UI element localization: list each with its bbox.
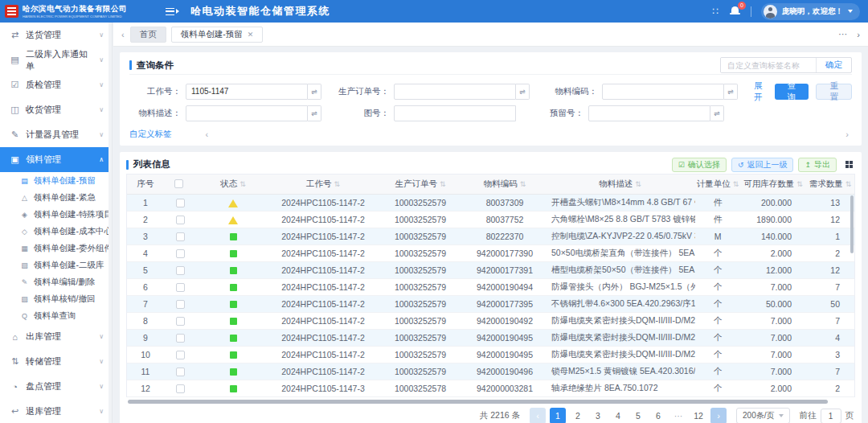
row-checkbox[interactable] xyxy=(176,199,185,207)
search-button[interactable]: 查询 xyxy=(775,84,809,100)
row-checkbox[interactable] xyxy=(176,384,185,393)
field-input[interactable] xyxy=(186,105,308,121)
vertical-scrollbar[interactable] xyxy=(850,195,854,253)
prev-page-button[interactable]: ‹ xyxy=(530,408,546,423)
tabs-more-icon[interactable]: ⋯ xyxy=(838,29,847,39)
sidebar-sub-item[interactable]: ◇ 领料单创建-成本中心 xyxy=(0,223,112,240)
sidebar-sub-item[interactable]: Q 领料单查询 xyxy=(0,307,112,324)
field-input[interactable] xyxy=(394,84,516,100)
field-input[interactable] xyxy=(186,84,308,100)
table-row[interactable]: 8 2024HPC1105-1147-2 10003252579 9420001… xyxy=(127,312,854,329)
column-header[interactable]: 计量单位 ⇅ xyxy=(695,175,740,194)
custom-tag-link[interactable]: 自定义标签 xyxy=(129,129,172,140)
page-size-select[interactable]: 200条/页 xyxy=(736,408,789,423)
table-row[interactable]: 9 2024HPC1105-1147-2 10003252579 9420001… xyxy=(127,329,854,346)
column-header[interactable]: 需求数量 ⇅ xyxy=(806,175,854,194)
column-header[interactable]: ⇅ xyxy=(164,175,196,194)
sort-icon[interactable]: ⇅ xyxy=(733,180,739,188)
table-row[interactable]: 3 2024HPC1105-1147-2 10003252579 8022237… xyxy=(127,228,854,244)
row-checkbox[interactable] xyxy=(176,334,185,343)
sidebar-group[interactable]: ✎ 计量器具管理 ∨ xyxy=(0,122,112,147)
filter-icon[interactable]: ⇌ xyxy=(308,84,321,100)
filter-icon[interactable]: ⇌ xyxy=(308,105,321,121)
filter-icon[interactable]: ⇌ xyxy=(516,84,530,100)
custom-tag-name-input[interactable] xyxy=(721,58,816,72)
sidebar-group[interactable]: ☑ 质检管理 ∨ xyxy=(0,72,112,97)
sidebar-collapse-icon[interactable] xyxy=(166,8,179,15)
user-menu[interactable]: 庞晓明，欢迎您！ xyxy=(761,3,860,20)
sidebar-group[interactable]: ▤ 二级库入库通知单 ∨ xyxy=(0,47,112,72)
page-number[interactable]: 2 xyxy=(570,408,586,423)
sidebar-sub-item[interactable]: ▦ 领料单创建-委外组件 xyxy=(0,240,112,257)
page-number[interactable]: 12 xyxy=(690,408,706,423)
tabs-scroll-left-icon[interactable]: ‹ xyxy=(121,30,125,39)
sidebar-group-material-requisition[interactable]: ▣ 领料管理 ∧ xyxy=(0,147,112,172)
column-header[interactable]: 状态 ⇅ xyxy=(196,175,270,194)
filter-icon[interactable]: ⇌ xyxy=(710,105,724,121)
page-number[interactable]: 5 xyxy=(630,408,646,423)
table-row[interactable]: 11 2024HPC1105-1147-2 10003252579 942000… xyxy=(127,363,854,380)
sidebar-group[interactable]: ⇅ 转储管理 ∨ xyxy=(0,349,112,374)
row-checkbox[interactable] xyxy=(176,368,185,376)
sidebar-sub-item[interactable]: ◈ 领料单创建-特殊项目 xyxy=(0,206,112,223)
confirm-select-button[interactable]: ☑ 确认选择 xyxy=(672,158,727,172)
table-row[interactable]: 4 2024HPC1105-1147-2 10003252579 9420001… xyxy=(127,244,854,261)
column-settings-icon[interactable] xyxy=(845,161,853,168)
field-input[interactable] xyxy=(588,105,710,121)
row-checkbox[interactable] xyxy=(176,283,185,292)
filter-icon[interactable]: ⇌ xyxy=(724,84,738,100)
sidebar-sub-item[interactable]: △ 领料单创建-紧急 xyxy=(0,189,112,206)
sort-icon[interactable]: ⇅ xyxy=(635,180,641,188)
column-header[interactable]: 序号 ⇅ xyxy=(127,175,164,194)
page-number[interactable]: 6 xyxy=(650,408,666,423)
sort-icon[interactable]: ⇅ xyxy=(845,180,852,188)
sidebar-sub-item[interactable]: ▨ 领料单核销/撤回 xyxy=(0,290,112,307)
column-header[interactable]: 工作号 ⇅ xyxy=(270,175,376,194)
row-checkbox[interactable] xyxy=(176,232,185,241)
page-number[interactable]: 3 xyxy=(590,408,606,423)
sort-icon[interactable]: ⇅ xyxy=(796,180,803,188)
table-row[interactable]: 2 2024HPC1105-1147-2 10003252579 8003775… xyxy=(127,211,854,228)
table-row[interactable]: 10 2024HPC1105-1147-2 10003252579 942000… xyxy=(127,346,854,363)
sidebar-group[interactable]: ⌂ 出库管理 ∨ xyxy=(0,324,112,349)
tags-scroll-left-icon[interactable]: ‹ xyxy=(206,129,209,139)
row-checkbox[interactable] xyxy=(176,351,185,359)
table-row[interactable]: 5 2024HPC1105-1147-2 10003252579 9420001… xyxy=(127,261,854,278)
page-tab[interactable]: 首页 ✕ xyxy=(130,27,166,43)
column-header[interactable]: 物料描述 ⇅ xyxy=(545,175,695,194)
row-checkbox[interactable] xyxy=(176,300,185,309)
sidebar-group[interactable]: ↩ 退库管理 ∨ xyxy=(0,399,112,423)
sidebar-group[interactable]: ◔ 盘点管理 ∨ xyxy=(0,374,112,399)
tag-confirm-button[interactable]: 确定 xyxy=(816,58,851,72)
sidebar-group[interactable]: ◫ 收货管理 ∨ xyxy=(0,97,112,122)
expand-link[interactable]: 展开 xyxy=(754,80,768,103)
row-checkbox[interactable] xyxy=(176,317,185,326)
sidebar-sub-item[interactable]: ▤ 领料单创建-预留 xyxy=(0,172,112,189)
page-number[interactable]: ··· xyxy=(670,408,686,423)
reset-button[interactable]: 重置 xyxy=(816,84,852,100)
sort-icon[interactable]: ⇅ xyxy=(440,180,446,188)
table-row[interactable]: 12 2024HPC1105-1147-3 10003252578 942000… xyxy=(127,380,854,396)
column-header[interactable]: 可用库存数量 ⇅ xyxy=(740,175,806,194)
export-button[interactable]: ↥ 导出 xyxy=(798,158,837,172)
back-up-level-button[interactable]: ↺ 返回上一级 xyxy=(731,158,794,172)
page-tab[interactable]: 领料单创建-预留 ✕ xyxy=(171,27,264,43)
column-header[interactable]: 物料编码 ⇅ xyxy=(465,175,545,194)
notification-bell-icon[interactable]: 0 xyxy=(730,6,741,17)
row-checkbox[interactable] xyxy=(176,266,185,275)
select-all-checkbox[interactable] xyxy=(174,179,183,188)
next-page-button[interactable]: › xyxy=(710,408,727,423)
tab-close-icon[interactable]: ✕ xyxy=(248,31,254,39)
table-row[interactable]: 6 2024HPC1105-1147-2 10003252579 9420001… xyxy=(127,278,854,295)
page-number[interactable]: 4 xyxy=(610,408,626,423)
row-checkbox[interactable] xyxy=(176,249,185,258)
sort-icon[interactable]: ⇅ xyxy=(520,180,526,188)
table-row[interactable]: 1 2024HPC1105-1147-2 10003252579 8003730… xyxy=(127,194,854,211)
field-input[interactable] xyxy=(602,84,724,100)
column-header[interactable]: 生产订单号 ⇅ xyxy=(376,175,465,194)
page-number[interactable]: 1 xyxy=(550,408,566,423)
table-row[interactable]: 7 2024HPC1105-1147-2 10003252579 9420001… xyxy=(127,295,854,312)
tags-scroll-right-icon[interactable]: › xyxy=(845,129,849,139)
sidebar-sub-item[interactable]: ▧ 领料单创建-二级库 xyxy=(0,257,112,273)
sidebar-scrollbar[interactable] xyxy=(108,23,112,423)
